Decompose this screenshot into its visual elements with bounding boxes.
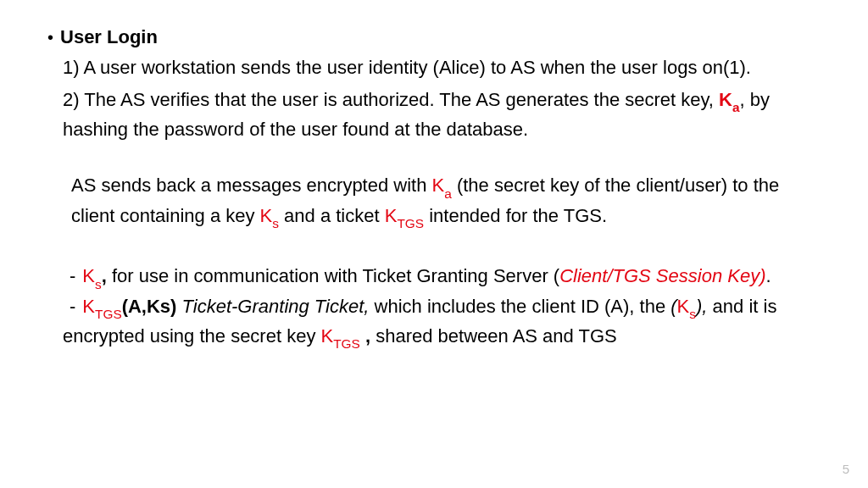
li2-ks: Ks [677,296,696,317]
heading-row: • User Login [63,25,817,49]
key-ktgs-k: K [385,205,398,226]
li2-close-paren: ), [696,296,707,317]
key-ka-2: Ka [432,175,452,196]
paragraph-1: 1) A user workstation sends the user ide… [63,56,817,80]
dash-icon: - [70,264,75,288]
key-ks: Ks [260,205,279,226]
page-number: 5 [843,462,849,476]
dash-icon-2: - [70,295,75,319]
list-item-1: -Ks, for use in communication with Ticke… [63,264,817,294]
li2-ktgs-k: K [82,296,95,317]
as-text-d: intended for the TGS. [424,205,607,226]
li2-ktgs2-k: K [321,325,334,347]
p2-text-a: 2) The AS verifies that the user is auth… [63,89,719,110]
key-ka: Ka [719,89,739,110]
key-ka2-k: K [432,175,445,196]
li1-ks: Ks [82,265,101,286]
li2-text-f: shared between AS and TGS [370,325,617,347]
li2-ktgs: KTGS [82,296,121,317]
li2-tgt: Ticket-Granting Ticket, [176,296,369,317]
li2-aks: (A,Ks) [122,296,177,317]
li2-ktgs-sub: TGS [95,307,122,321]
li1-dot: . [765,265,771,286]
as-text-a: AS sends back a messages encrypted with [71,175,432,196]
li1-ks-k: K [82,265,95,286]
li2-ktgs2-sub: TGS [333,336,360,351]
paragraph-2: 2) The AS verifies that the user is auth… [63,88,817,141]
key-ka-k: K [719,89,732,110]
key-ks-sub: s [272,216,279,230]
as-block: AS sends back a messages encrypted with … [63,174,817,234]
key-ks-k: K [260,205,273,226]
key-ktgs-sub: TGS [397,216,424,230]
key-ka-sub: a [732,100,740,114]
key-ktgs: KTGS [385,205,424,226]
li1-session-key: Client/TGS Session Key) [559,265,765,286]
li2-comma: , [360,325,370,347]
li2-ktgs-2: KTGS [321,325,360,347]
as-text-c: and a ticket [279,205,385,226]
li2-text-c: which includes the client ID (A), the [369,296,670,317]
list-block: -Ks, for use in communication with Ticke… [63,264,817,354]
key-ka2-sub: a [444,186,452,201]
heading-text: User Login [60,25,158,49]
li1-ks-sub: s [95,277,102,291]
li2-ks-sub: s [689,307,696,321]
li2-open-paren: ( [670,296,676,317]
li1-text-b: for use in communication with Ticket Gra… [107,265,559,286]
li2-ks-k: K [677,296,690,317]
slide-content: • User Login 1) A user workstation sends… [63,25,817,354]
list-item-2: -KTGS(A,Ks) Ticket-Granting Ticket, whic… [63,295,817,355]
bullet-icon: • [47,25,53,49]
slide-page: • User Login 1) A user workstation sends… [0,0,868,488]
